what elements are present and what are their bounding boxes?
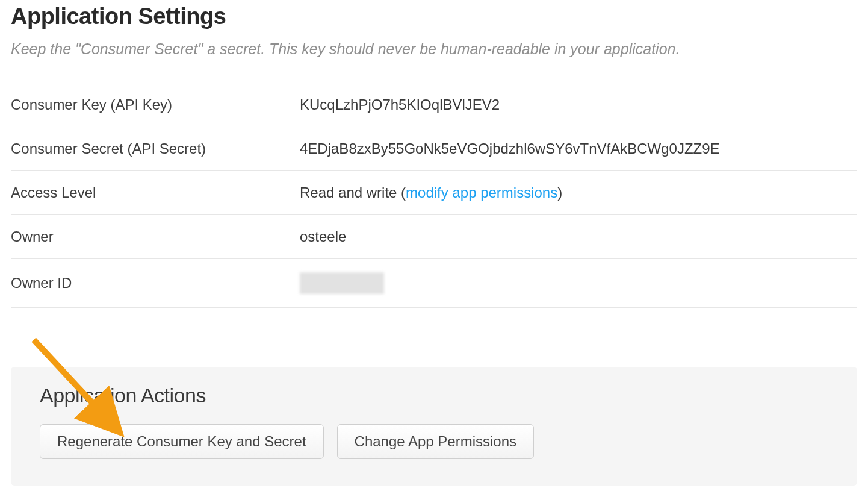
actions-title: Application Actions [40,384,828,407]
consumer-key-value: KUcqLzhPjO7h5KIOqlBVlJEV2 [300,83,857,127]
settings-table: Consumer Key (API Key) KUcqLzhPjO7h5KIOq… [11,83,857,308]
change-permissions-button[interactable]: Change App Permissions [337,424,534,459]
access-level-suffix: ) [557,184,562,201]
consumer-key-label: Consumer Key (API Key) [11,83,300,127]
owner-label: Owner [11,215,300,259]
modify-permissions-link[interactable]: modify app permissions [406,184,557,201]
consumer-secret-value: 4EDjaB8zxBy55GoNk5eVGOjbdzhl6wSY6vTnVfAk… [300,127,857,171]
table-row: Access Level Read and write (modify app … [11,171,857,215]
table-row: Owner osteele [11,215,857,259]
page-subtitle: Keep the "Consumer Secret" a secret. Thi… [11,40,857,58]
redacted-value [300,272,384,294]
table-row: Owner ID [11,259,857,308]
owner-id-label: Owner ID [11,259,300,308]
access-level-text: Read and write ( [300,184,406,201]
action-buttons: Regenerate Consumer Key and Secret Chang… [40,424,828,459]
table-row: Consumer Key (API Key) KUcqLzhPjO7h5KIOq… [11,83,857,127]
regenerate-button[interactable]: Regenerate Consumer Key and Secret [40,424,324,459]
access-level-value: Read and write (modify app permissions) [300,171,857,215]
access-level-label: Access Level [11,171,300,215]
owner-value: osteele [300,215,857,259]
page-title: Application Settings [11,4,857,30]
table-row: Consumer Secret (API Secret) 4EDjaB8zxBy… [11,127,857,171]
consumer-secret-label: Consumer Secret (API Secret) [11,127,300,171]
actions-panel: Application Actions Regenerate Consumer … [11,367,857,486]
owner-id-value [300,259,857,308]
